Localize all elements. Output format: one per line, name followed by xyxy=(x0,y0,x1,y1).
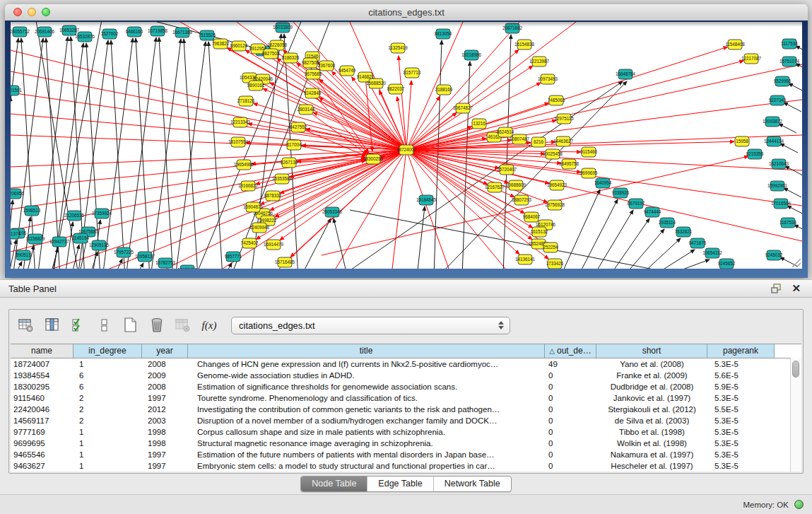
cell-short[interactable]: Dudbridge et al. (2008) xyxy=(596,381,707,392)
network-node[interactable]: 9242848 xyxy=(304,88,322,98)
cell-out_de[interactable]: 0 xyxy=(545,392,596,404)
cell-name[interactable]: 18724007 xyxy=(11,358,73,370)
network-node[interactable]: 10719858 xyxy=(148,26,168,36)
network-node[interactable]: 8454749 xyxy=(339,66,356,76)
cell-name[interactable]: 19384554 xyxy=(11,370,73,381)
network-node[interactable]: 8960124 xyxy=(230,41,248,51)
cell-year[interactable]: 2008 xyxy=(142,381,188,392)
network-node[interactable]: 8822037 xyxy=(387,84,405,94)
network-node[interactable]: 21206535 xyxy=(64,211,85,221)
cell-year[interactable]: 2003 xyxy=(142,415,188,426)
network-node[interactable]: 2718126 xyxy=(237,96,255,106)
cell-in_degree[interactable]: 6 xyxy=(73,381,142,392)
network-node[interactable]: 20871682 xyxy=(502,23,523,33)
cell-short[interactable]: Tibbo et al. (1998) xyxy=(596,426,707,438)
cell-name[interactable]: 22420046 xyxy=(11,404,73,415)
cell-out_de[interactable]: 49 xyxy=(545,358,596,370)
network-node[interactable]: 9827503 xyxy=(262,49,280,59)
network-canvas[interactable]: 2405571220691406106532871653287615276026… xyxy=(11,22,802,269)
network-node[interactable]: 11156829 xyxy=(25,234,45,244)
column-header-title[interactable]: title xyxy=(188,344,545,358)
network-node[interactable]: 12923488 xyxy=(177,265,198,269)
network-node[interactable]: 10654112 xyxy=(702,248,722,258)
network-node[interactable]: 18807293 xyxy=(512,195,532,205)
tab-node-table[interactable]: Node Table xyxy=(301,477,367,491)
network-node[interactable]: 2367608 xyxy=(318,61,336,71)
cell-out_de[interactable]: 0 xyxy=(545,381,596,392)
float-panel-icon[interactable] xyxy=(771,284,782,293)
network-node[interactable]: 19166822 xyxy=(238,181,259,191)
network-node[interactable]: 9338926 xyxy=(612,188,630,198)
close-window-button[interactable] xyxy=(13,8,22,16)
cell-out_de[interactable]: 0 xyxy=(545,426,596,438)
table-vertical-scrollbar[interactable] xyxy=(790,358,801,472)
delete-columns-trash-icon[interactable] xyxy=(148,317,165,334)
network-node[interactable]: 9245032 xyxy=(765,250,783,260)
cell-name[interactable]: 9463627 xyxy=(11,460,73,472)
network-node[interactable]: 8157713 xyxy=(404,68,421,78)
tab-edge-table[interactable]: Edge Table xyxy=(367,477,433,491)
network-node[interactable]: 19756928 xyxy=(545,200,565,210)
network-node[interactable]: 16210643 xyxy=(769,159,789,169)
cell-in_degree[interactable]: 2 xyxy=(73,392,142,404)
cell-title[interactable]: Embryonic stem cells: a model to study s… xyxy=(188,460,545,472)
cell-in_degree[interactable]: 6 xyxy=(73,370,142,381)
cell-short[interactable]: Jankovic et al. (1997) xyxy=(596,392,707,404)
cell-pagerank[interactable]: 5.3E-5 xyxy=(707,438,775,449)
table-selector-dropdown[interactable]: citations_edges.txt xyxy=(231,317,510,334)
table-row[interactable]: 2242004622012Investigating the contribut… xyxy=(11,404,801,415)
network-node[interactable]: 9827508 xyxy=(302,58,319,68)
network-node[interactable]: 26053346 xyxy=(322,207,343,217)
network-node[interactable]: 16914479 xyxy=(264,240,284,250)
new-table-icon[interactable] xyxy=(122,317,139,334)
cell-title[interactable]: Corpus callosum shape and size in male p… xyxy=(188,426,545,438)
cell-short[interactable]: Stergiakouli et al. (2012) xyxy=(596,404,707,415)
network-node[interactable]: 2803144 xyxy=(298,105,315,115)
network-node[interactable]: 18107554 xyxy=(228,137,249,147)
network-node[interactable]: 9699695 xyxy=(580,168,598,178)
network-node[interactable]: 12213987 xyxy=(529,57,550,66)
cell-out_de[interactable]: 0 xyxy=(545,415,596,426)
cell-title[interactable]: Tourette syndrome. Phenomenology and cla… xyxy=(188,392,545,404)
network-node[interactable]: 10807487 xyxy=(510,134,530,144)
network-node[interactable]: 1117534 xyxy=(781,39,798,49)
network-node[interactable]: 20691406 xyxy=(35,27,55,37)
table-mode-icon[interactable] xyxy=(18,317,35,334)
table-row[interactable]: 1938455462009Genome-wide association stu… xyxy=(11,370,801,381)
network-node[interactable]: 16782753 xyxy=(155,258,176,268)
network-node[interactable]: 15184545 xyxy=(416,195,437,205)
cell-year[interactable]: 1998 xyxy=(142,426,188,438)
cell-out_de[interactable]: 0 xyxy=(545,370,596,381)
column-header-short[interactable]: short xyxy=(596,344,707,358)
window-titlebar[interactable]: citations_edges.txt xyxy=(5,4,808,21)
network-node[interactable]: 1598513 xyxy=(23,206,41,216)
network-node[interactable]: 8215358 xyxy=(746,149,764,159)
network-node[interactable]: 1167534 xyxy=(779,218,797,228)
cell-short[interactable]: Hescheler et al. (1997) xyxy=(596,460,707,472)
network-node[interactable]: 8813054 xyxy=(435,29,452,39)
network-node[interactable]: 817004 xyxy=(286,140,302,150)
cell-in_degree[interactable]: 1 xyxy=(73,460,142,472)
cell-year[interactable]: 1997 xyxy=(142,392,188,404)
network-node[interactable]: 1733426 xyxy=(546,259,564,269)
cell-title[interactable]: Estimation of the future numbers of pati… xyxy=(188,449,545,460)
column-header-pagerank[interactable]: pagerank xyxy=(707,344,775,358)
network-node[interactable]: 15353584 xyxy=(272,174,293,184)
cell-year[interactable]: 1997 xyxy=(142,449,188,460)
cell-out_de[interactable]: 0 xyxy=(545,438,596,449)
table-row[interactable]: 946362711997Embryonic stem cells: a mode… xyxy=(11,460,801,472)
select-all-columns-icon[interactable] xyxy=(70,317,87,334)
cell-short[interactable]: Nakamura et al. (1997) xyxy=(596,449,707,460)
cell-in_degree[interactable]: 1 xyxy=(73,438,142,449)
network-node[interactable]: 1145194 xyxy=(72,233,90,243)
column-header-year[interactable]: year xyxy=(142,344,188,358)
column-header-out_de[interactable]: △out_de… xyxy=(545,344,596,358)
network-node[interactable]: 10025458 xyxy=(543,149,563,159)
network-node[interactable]: 7485063 xyxy=(548,95,565,105)
network-node[interactable]: 15688520 xyxy=(366,78,387,88)
cell-pagerank[interactable]: 5.9E-5 xyxy=(707,381,775,392)
network-node[interactable]: 7515526 xyxy=(199,30,216,40)
cell-year[interactable]: 1997 xyxy=(142,460,188,472)
cell-name[interactable]: 18300295 xyxy=(11,381,73,392)
network-node[interactable]: 11548408 xyxy=(725,40,745,49)
